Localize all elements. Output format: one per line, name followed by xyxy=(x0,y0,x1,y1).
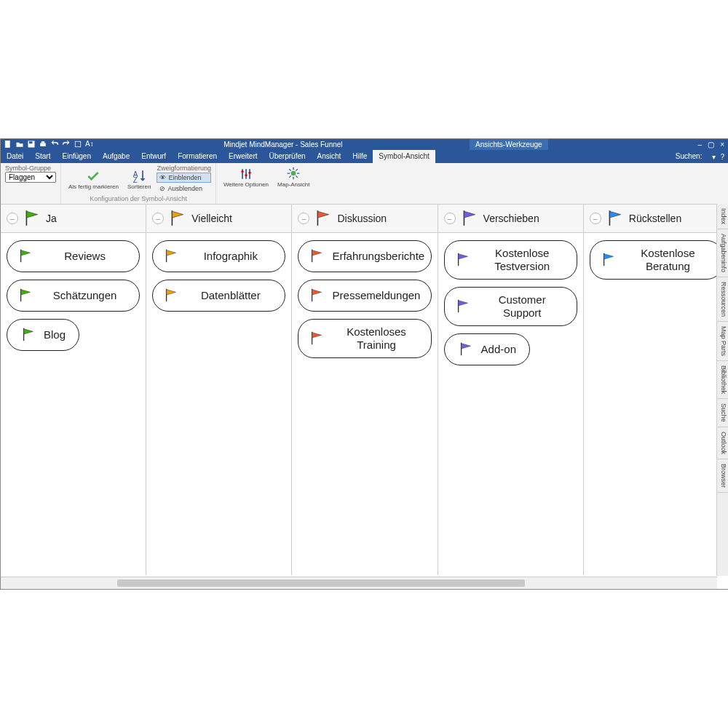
flag-icon xyxy=(23,208,41,229)
lane-title: Ja xyxy=(46,213,57,224)
sidepanel-tab[interactable]: Bibliothek xyxy=(717,361,728,399)
card-label: Pressemeldungen xyxy=(332,289,420,302)
card-label: Infographik xyxy=(186,250,274,263)
font-icon[interactable]: A↕ xyxy=(85,140,94,150)
ribbon-group-config: Als fertig markieren AZ Sortieren Zweigf… xyxy=(61,163,216,204)
show-button[interactable]: 👁Einblenden xyxy=(157,173,211,183)
eye-off-icon: ⊘ xyxy=(159,185,165,192)
scroll-track[interactable] xyxy=(1,578,717,588)
tab-erweitert[interactable]: Erweitert xyxy=(223,150,263,163)
open-icon[interactable] xyxy=(15,140,24,150)
svg-point-11 xyxy=(291,171,296,176)
eye-icon: 👁 xyxy=(159,174,166,181)
collapse-icon[interactable]: – xyxy=(7,213,18,224)
app-window: A↕ Mindjet MindManager - Sales Funnel An… xyxy=(0,138,728,590)
horizontal-scrollbar[interactable] xyxy=(1,577,717,589)
mark-done-button[interactable]: Als fertig markieren xyxy=(66,167,122,191)
card[interactable]: Reviews xyxy=(7,240,140,272)
svg-rect-5 xyxy=(75,141,81,147)
card[interactable]: Blog xyxy=(7,319,79,351)
ribbon: Symbol-Gruppe Flaggen Als fertig markier… xyxy=(1,163,728,205)
collapse-icon[interactable]: – xyxy=(152,213,164,224)
svg-rect-2 xyxy=(29,141,33,143)
print-icon[interactable] xyxy=(39,140,47,150)
check-icon xyxy=(86,169,100,183)
card[interactable]: Pressemeldungen xyxy=(298,280,431,312)
sidepanel-tab[interactable]: Index xyxy=(717,204,728,229)
tab-formatieren[interactable]: Formatieren xyxy=(172,150,223,163)
tab-aufgabe[interactable]: Aufgabe xyxy=(97,150,135,163)
lane-column: ErfahrungsberichtePressemeldungenKostenl… xyxy=(292,233,438,575)
flag-icon xyxy=(314,208,333,229)
map-view-button[interactable]: Map-Ansicht xyxy=(274,165,312,189)
tab-start[interactable]: Start xyxy=(29,150,56,163)
sidepanel-tab[interactable]: Suche xyxy=(717,399,728,427)
flag-icon xyxy=(17,248,33,266)
sidepanel-tab[interactable]: Browser xyxy=(717,459,728,493)
lane-header: –Vielleicht xyxy=(146,205,292,232)
symbol-group-label: Symbol-Gruppe xyxy=(5,165,56,172)
collapse-icon[interactable]: – xyxy=(590,213,601,224)
sidepanel-tab[interactable]: Ressourcen xyxy=(717,277,728,322)
sort-button[interactable]: AZ Sortieren xyxy=(124,167,154,191)
svg-rect-3 xyxy=(40,143,46,146)
lane-header: –Ja xyxy=(1,205,146,232)
tab-einfuegen[interactable]: Einfügen xyxy=(56,150,96,163)
card[interactable]: Infographik xyxy=(152,240,285,272)
tab-hilfe[interactable]: Hilfe xyxy=(347,150,373,163)
help-icon[interactable]: ? xyxy=(720,153,724,161)
ribbon-group-view: Weitere Optionen Map-Ansicht xyxy=(216,163,317,204)
qa-icon[interactable] xyxy=(74,140,82,150)
flag-icon xyxy=(163,248,179,266)
collapse-icon[interactable]: – xyxy=(298,213,309,224)
lane-title: Rückstellen xyxy=(629,213,681,224)
tab-symbol-ansicht[interactable]: Symbol-Ansicht xyxy=(373,150,435,163)
card[interactable]: Erfahrungsberichte xyxy=(298,240,431,272)
undo-icon[interactable] xyxy=(50,140,59,150)
flag-icon xyxy=(455,251,471,269)
more-options-button[interactable]: Weitere Optionen xyxy=(221,165,272,189)
scroll-thumb[interactable] xyxy=(117,579,525,587)
card-label: Reviews xyxy=(41,250,129,263)
new-doc-icon[interactable] xyxy=(4,140,12,150)
symbol-group-select[interactable]: Flaggen xyxy=(5,172,56,183)
save-icon[interactable] xyxy=(27,140,36,150)
card[interactable]: Schätzungen xyxy=(7,280,140,312)
card[interactable]: Kostenlose Testversion xyxy=(444,240,577,280)
side-panel-tabs: IndexAufgabeninfoRessourcenMap PartsBibl… xyxy=(716,204,728,576)
tab-datei[interactable]: Datei xyxy=(1,150,29,163)
sidepanel-tab[interactable]: Outlook xyxy=(717,427,728,459)
card-label: Add-on xyxy=(481,343,516,356)
card[interactable]: Add-on xyxy=(444,333,530,365)
sidepanel-tab[interactable]: Map Parts xyxy=(717,322,728,361)
tab-ansicht[interactable]: Ansicht xyxy=(312,150,347,163)
flag-icon xyxy=(455,298,471,316)
sidepanel-tab[interactable]: Aufgabeninfo xyxy=(717,229,728,277)
card[interactable]: Customer Support xyxy=(444,287,577,326)
card[interactable]: Kostenlose Beratung xyxy=(590,240,723,280)
card[interactable]: Kostenloses Training xyxy=(298,319,431,358)
lane-header: –Diskussion xyxy=(292,205,438,232)
contextual-tab-label: Ansichts-Werkzeuge xyxy=(470,139,548,150)
window-controls: – ▢ × xyxy=(694,141,728,149)
flag-icon xyxy=(309,248,325,266)
card-label: Erfahrungsberichte xyxy=(332,250,424,263)
lane-header: –Rückstellen xyxy=(584,205,728,232)
redo-icon[interactable] xyxy=(62,140,71,150)
search-label[interactable]: Suchen: xyxy=(670,150,708,163)
minimize-icon[interactable]: – xyxy=(698,141,703,149)
lane-title: Verschieben xyxy=(483,213,539,224)
flag-icon xyxy=(606,208,625,229)
maximize-icon[interactable]: ▢ xyxy=(708,141,714,149)
tab-entwurf[interactable]: Entwurf xyxy=(135,150,172,163)
title-bar: A↕ Mindjet MindManager - Sales Funnel An… xyxy=(1,139,728,150)
config-group-label: Konfiguration der Symbol-Ansicht xyxy=(66,195,211,202)
sort-icon: AZ xyxy=(132,168,146,183)
ribbon-collapse-icon[interactable]: ▾ xyxy=(712,153,716,161)
lane-column: Kostenlose TestversionCustomer SupportAd… xyxy=(438,233,584,575)
hide-button[interactable]: ⊘Ausblenden xyxy=(157,183,211,194)
tab-ueberpruefen[interactable]: Überprüfen xyxy=(264,150,312,163)
card[interactable]: Datenblätter xyxy=(152,280,285,312)
collapse-icon[interactable]: – xyxy=(444,213,456,224)
close-icon[interactable]: × xyxy=(720,141,724,149)
